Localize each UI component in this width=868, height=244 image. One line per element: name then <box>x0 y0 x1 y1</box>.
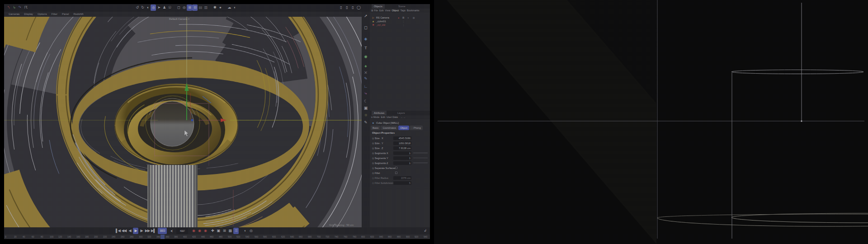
svg-text:Default Camera ▾: Default Camera ▾ <box>169 18 189 20</box>
svg-text:Grid Spacing : 50 cm: Grid Spacing : 50 cm <box>329 224 354 226</box>
